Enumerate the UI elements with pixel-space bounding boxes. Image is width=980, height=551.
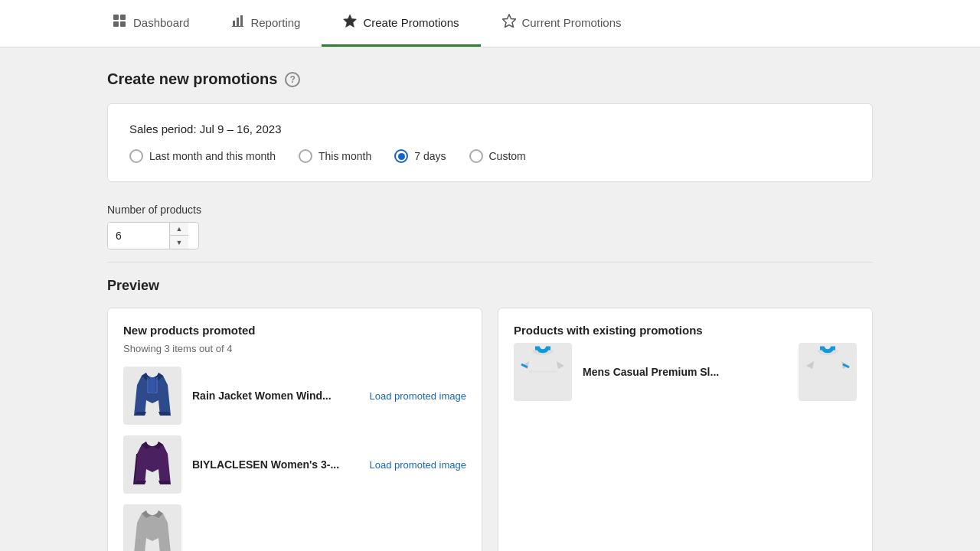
product-image-2 bbox=[123, 435, 181, 494]
create-promotions-icon bbox=[343, 14, 357, 31]
svg-rect-0 bbox=[113, 15, 119, 20]
radio-circle-this-month bbox=[299, 149, 312, 163]
radio-label-7-days: 7 days bbox=[414, 150, 446, 162]
new-products-subtitle: Showing 3 items out of 4 bbox=[123, 343, 466, 354]
purple-jacket-svg bbox=[131, 439, 174, 491]
existing-products-card: Products with existing promotions bbox=[498, 308, 873, 551]
number-of-products-label: Number of products bbox=[107, 204, 873, 216]
radio-this-month[interactable]: This month bbox=[299, 149, 371, 163]
spinner-up-button[interactable]: ▲ bbox=[170, 223, 188, 236]
current-promotions-icon bbox=[502, 14, 516, 31]
product-item-1: Rain Jacket Women Wind... Load promoted … bbox=[123, 367, 466, 425]
new-products-card: New products promoted Showing 3 items ou… bbox=[107, 308, 482, 551]
radio-custom[interactable]: Custom bbox=[469, 149, 526, 163]
product-item-3 bbox=[123, 504, 466, 551]
svg-marker-8 bbox=[344, 15, 357, 28]
reporting-icon bbox=[232, 15, 244, 30]
svg-rect-1 bbox=[120, 15, 126, 20]
radio-circle-custom bbox=[469, 149, 483, 163]
svg-rect-3 bbox=[120, 21, 126, 27]
shirt-svg-alt bbox=[803, 346, 852, 398]
number-of-products-spinner: ▲ ▼ bbox=[107, 222, 199, 249]
existing-product-image-1b bbox=[799, 343, 857, 401]
tab-current-promotions-label: Current Promotions bbox=[522, 16, 622, 29]
tab-create-promotions-label: Create Promotions bbox=[363, 16, 459, 29]
product-image-3 bbox=[123, 504, 181, 551]
preview-title: Preview bbox=[107, 278, 873, 294]
svg-rect-6 bbox=[240, 15, 243, 26]
load-image-link-1[interactable]: Load promoted image bbox=[370, 390, 466, 402]
page-header: Create new promotions ? bbox=[107, 70, 873, 88]
product-item-2: BIYLACLESEN Women's 3-... Load promoted … bbox=[123, 435, 466, 494]
existing-product-item-1: Mens Casual Premium Sl... bbox=[514, 343, 857, 401]
spinner-buttons: ▲ ▼ bbox=[169, 223, 188, 249]
shirt-svg bbox=[518, 346, 567, 398]
radio-circle-last-and-this bbox=[129, 149, 143, 163]
radio-label-custom: Custom bbox=[489, 150, 526, 162]
tab-current-promotions[interactable]: Current Promotions bbox=[481, 0, 643, 47]
svg-rect-4 bbox=[233, 21, 235, 26]
grey-item-svg bbox=[131, 507, 174, 551]
svg-rect-11 bbox=[529, 370, 557, 373]
tab-dashboard-label: Dashboard bbox=[133, 16, 189, 29]
tab-create-promotions[interactable]: Create Promotions bbox=[322, 0, 480, 47]
radio-dot-7-days bbox=[398, 153, 405, 160]
section-divider bbox=[107, 262, 873, 262]
page: Dashboard Reporting Create Promotions bbox=[0, 0, 980, 551]
product-name-1: Rain Jacket Women Wind... bbox=[192, 390, 359, 402]
radio-label-this-month: This month bbox=[318, 150, 371, 162]
product-name-2: BIYLACLESEN Women's 3-... bbox=[192, 458, 359, 471]
preview-section: Preview New products promoted Showing 3 … bbox=[107, 278, 873, 551]
product-image-1 bbox=[123, 367, 181, 425]
svg-rect-10 bbox=[149, 377, 155, 393]
radio-label-last-and-this: Last month and this month bbox=[149, 150, 276, 162]
svg-marker-9 bbox=[502, 15, 515, 28]
page-title-text: Create new promotions bbox=[107, 70, 277, 88]
existing-product-name-1: Mens Casual Premium Sl... bbox=[583, 366, 788, 378]
svg-rect-2 bbox=[113, 21, 119, 27]
number-of-products-field: Number of products ▲ ▼ bbox=[107, 204, 873, 249]
radio-group: Last month and this month This month 7 d… bbox=[129, 149, 851, 163]
main-content: Create new promotions ? Sales period: Ju… bbox=[0, 47, 980, 551]
blue-jacket-svg bbox=[131, 370, 174, 422]
new-products-title: New products promoted bbox=[123, 324, 466, 337]
svg-rect-5 bbox=[237, 18, 239, 26]
sales-period-label: Sales period: Jul 9 – 16, 2023 bbox=[129, 122, 851, 135]
sales-period-card: Sales period: Jul 9 – 16, 2023 Last mont… bbox=[107, 103, 873, 182]
nav-tabs: Dashboard Reporting Create Promotions bbox=[0, 0, 980, 47]
radio-7-days[interactable]: 7 days bbox=[394, 149, 446, 163]
number-of-products-input[interactable] bbox=[108, 223, 169, 249]
existing-product-image-1 bbox=[514, 343, 572, 401]
spinner-down-button[interactable]: ▼ bbox=[170, 236, 188, 249]
tab-dashboard[interactable]: Dashboard bbox=[92, 1, 211, 46]
radio-circle-7-days bbox=[394, 149, 408, 163]
tab-reporting[interactable]: Reporting bbox=[211, 1, 322, 46]
tab-reporting-label: Reporting bbox=[250, 16, 300, 29]
radio-last-and-this[interactable]: Last month and this month bbox=[129, 149, 276, 163]
preview-grid: New products promoted Showing 3 items ou… bbox=[107, 308, 873, 551]
load-image-link-2[interactable]: Load promoted image bbox=[370, 459, 466, 471]
existing-products-title: Products with existing promotions bbox=[514, 324, 857, 337]
dashboard-icon bbox=[113, 15, 127, 30]
help-icon[interactable]: ? bbox=[285, 72, 300, 87]
